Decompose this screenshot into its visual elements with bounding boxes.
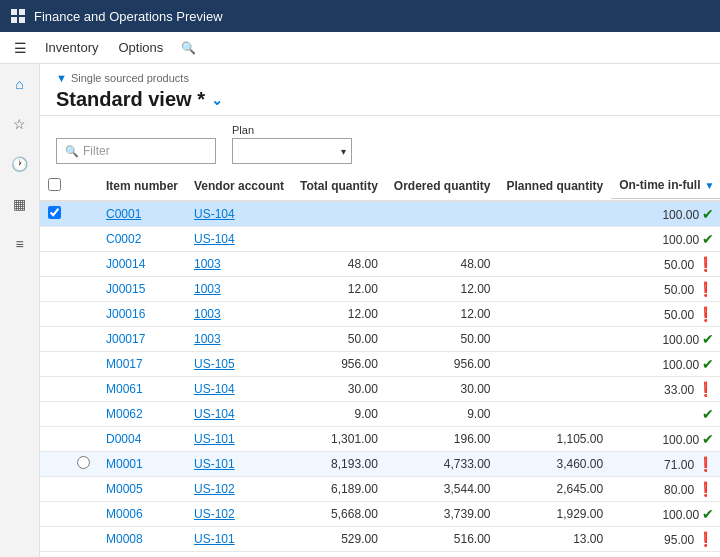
options-menu[interactable]: Options	[110, 36, 171, 59]
table-row[interactable]: D0004US-1011,301.00196.001,105.00100.00 …	[40, 427, 720, 452]
cell-on-time-in-full: 100.00 ✔	[611, 502, 720, 527]
cell-total-quantity: 529.00	[292, 527, 386, 552]
cell-vendor-account[interactable]: US-104	[186, 201, 292, 227]
cell-item-number[interactable]: M0010	[98, 552, 186, 558]
filter-placeholder-text: Filter	[83, 144, 110, 158]
cell-item-number[interactable]: M0001	[98, 452, 186, 477]
sidebar: ⌂ ☆ 🕐 ▦ ≡	[0, 64, 40, 557]
header-ordered-quantity: Ordered quantity	[386, 172, 499, 201]
cell-item-number[interactable]: C0001	[98, 201, 186, 227]
sidebar-workspace-icon[interactable]: ▦	[8, 192, 32, 216]
main-content: ▼ Single sourced products Standard view …	[40, 64, 720, 557]
table-row[interactable]: M0008US-101529.00516.0013.0095.00 ❗DynPl…	[40, 527, 720, 552]
cell-vendor-account[interactable]: US-101	[186, 527, 292, 552]
cell-vendor-account[interactable]: US-104	[186, 227, 292, 252]
cell-item-number[interactable]: J00016	[98, 302, 186, 327]
search-button[interactable]: 🔍	[175, 37, 202, 59]
cell-vendor-account[interactable]: US-101	[186, 452, 292, 477]
cell-ordered-quantity: 48.00	[386, 252, 499, 277]
plan-group: Plan DynPlan	[232, 124, 352, 164]
cell-vendor-account[interactable]: US-104	[186, 552, 292, 558]
hamburger-button[interactable]: ☰	[8, 36, 33, 60]
table-row[interactable]: J00014100348.0048.0050.00 ❗	[40, 252, 720, 277]
row-radio[interactable]	[77, 456, 90, 469]
filter-input[interactable]: 🔍 Filter	[56, 138, 216, 164]
cell-item-number[interactable]: M0008	[98, 527, 186, 552]
row-radio-cell	[69, 427, 98, 452]
plan-select[interactable]: DynPlan	[232, 138, 352, 164]
cell-item-number[interactable]: C0002	[98, 227, 186, 252]
warning-icon: ❗	[697, 381, 714, 397]
inventory-menu[interactable]: Inventory	[37, 36, 106, 59]
cell-item-number[interactable]: J00014	[98, 252, 186, 277]
cell-vendor-account[interactable]: 1003	[186, 252, 292, 277]
cell-on-time-in-full: 100.00 ✔	[611, 552, 720, 558]
cell-item-number[interactable]: J00015	[98, 277, 186, 302]
row-radio-cell	[69, 402, 98, 427]
row-radio-cell	[69, 201, 98, 227]
sidebar-favorites-icon[interactable]: ☆	[8, 112, 32, 136]
cell-vendor-account[interactable]: US-104	[186, 402, 292, 427]
table-row[interactable]: M0062US-1049.009.00✔	[40, 402, 720, 427]
cell-item-number[interactable]: M0006	[98, 502, 186, 527]
cell-item-number[interactable]: M0062	[98, 402, 186, 427]
cell-ordered-quantity: 3,739.00	[386, 502, 499, 527]
sidebar-home-icon[interactable]: ⌂	[8, 72, 32, 96]
table-row[interactable]: J00017100350.0050.00100.00 ✔	[40, 327, 720, 352]
table-row[interactable]: M0006US-1025,668.003,739.001,929.00100.0…	[40, 502, 720, 527]
table-row[interactable]: J00015100312.0012.0050.00 ❗	[40, 277, 720, 302]
table-row[interactable]: C0002US-104100.00 ✔	[40, 227, 720, 252]
row-radio-cell	[69, 352, 98, 377]
row-checkbox[interactable]	[48, 206, 61, 219]
cell-item-number[interactable]: M0061	[98, 377, 186, 402]
cell-ordered-quantity: 956.00	[386, 552, 499, 558]
main-layout: ⌂ ☆ 🕐 ▦ ≡ ▼ Single sourced products Stan…	[0, 64, 720, 557]
cell-ordered-quantity: 956.00	[386, 352, 499, 377]
cell-vendor-account[interactable]: US-102	[186, 502, 292, 527]
table-header: Item number Vendor account Total quantit…	[40, 172, 720, 201]
table-row[interactable]: M0017US-105956.00956.00100.00 ✔	[40, 352, 720, 377]
cell-total-quantity: 48.00	[292, 252, 386, 277]
sidebar-list-icon[interactable]: ≡	[8, 232, 32, 256]
cell-vendor-account[interactable]: US-105	[186, 352, 292, 377]
page-title: Standard view * ⌄	[56, 88, 704, 111]
header-checkbox[interactable]	[40, 172, 69, 201]
header-on-time-in-full[interactable]: On-time in-full ▼	[611, 172, 720, 199]
filter-group: 🔍 Filter	[56, 124, 216, 164]
table-row[interactable]: M0061US-10430.0030.0033.00 ❗	[40, 377, 720, 402]
cell-planned-quantity	[499, 201, 612, 227]
sidebar-recent-icon[interactable]: 🕐	[8, 152, 32, 176]
svg-rect-0	[11, 9, 17, 15]
check-icon: ✔	[702, 406, 714, 422]
cell-vendor-account[interactable]: US-104	[186, 377, 292, 402]
select-all-checkbox[interactable]	[48, 178, 61, 191]
table-row[interactable]: M0010US-1042,752.00956.001,796.00100.00 …	[40, 552, 720, 558]
title-dropdown-icon[interactable]: ⌄	[211, 92, 223, 108]
cell-ordered-quantity: 4,733.00	[386, 452, 499, 477]
cell-item-number[interactable]: M0005	[98, 477, 186, 502]
check-icon: ✔	[702, 506, 714, 522]
table-row[interactable]: M0005US-1026,189.003,544.002,645.0080.00…	[40, 477, 720, 502]
table-row[interactable]: M0001US-1018,193.004,733.003,460.0071.00…	[40, 452, 720, 477]
cell-on-time-in-full: 80.00 ❗	[611, 477, 720, 502]
cell-vendor-account[interactable]: 1003	[186, 302, 292, 327]
cell-vendor-account[interactable]: 1003	[186, 327, 292, 352]
cell-vendor-account[interactable]: US-102	[186, 477, 292, 502]
cell-vendor-account[interactable]: 1003	[186, 277, 292, 302]
table-row[interactable]: C0001US-104100.00 ✔	[40, 201, 720, 227]
cell-total-quantity: 2,752.00	[292, 552, 386, 558]
row-radio-cell	[69, 327, 98, 352]
cell-vendor-account[interactable]: US-101	[186, 427, 292, 452]
cell-planned-quantity: 3,460.00	[499, 452, 612, 477]
table-row[interactable]: J00016100312.0012.0050.00 ❗	[40, 302, 720, 327]
svg-rect-3	[19, 17, 25, 23]
cell-item-number[interactable]: J00017	[98, 327, 186, 352]
cell-on-time-in-full: 100.00 ✔	[611, 227, 720, 252]
header-row: Item number Vendor account Total quantit…	[40, 172, 720, 201]
warning-icon: ❗	[697, 531, 714, 547]
on-time-filter-icon[interactable]: ▼	[705, 180, 715, 191]
plan-label: Plan	[232, 124, 352, 136]
cell-item-number[interactable]: D0004	[98, 427, 186, 452]
cell-total-quantity: 956.00	[292, 352, 386, 377]
cell-item-number[interactable]: M0017	[98, 352, 186, 377]
